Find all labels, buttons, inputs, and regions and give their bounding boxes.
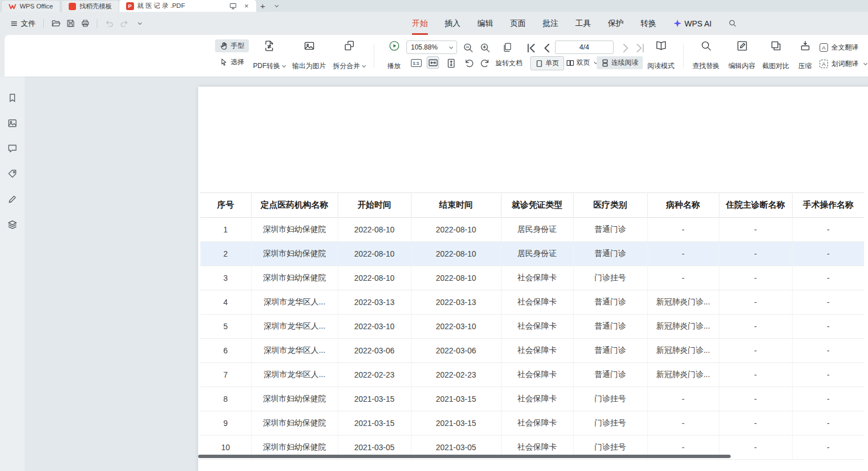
document-view[interactable]: 序号定点医药机构名称开始时间结束时间就诊凭证类型医疗类别病种名称住院主诊断名称手… [25,77,868,471]
compress-button[interactable]: 压缩 [793,40,817,72]
find-replace-button[interactable]: 查找替换 [689,40,723,72]
file-menu-button[interactable]: 文件 [7,16,39,31]
bookmarks-panel-button[interactable] [6,91,19,105]
page-number-input[interactable] [555,41,614,54]
file-menu-label: 文件 [21,19,35,29]
page-view-button[interactable] [501,41,513,53]
word-translate-button[interactable]: A 划词翻译 [820,58,867,69]
print-icon [80,19,90,28]
tab-document[interactable]: P 就 医 记 录 .PDF × [119,0,256,12]
tab-edit[interactable]: 编辑 [477,12,493,35]
previous-page-button[interactable] [540,42,553,54]
tab-wps-office[interactable]: WPS Office [1,0,60,12]
rotate-right-button[interactable] [478,57,491,69]
annotation-panel-button[interactable] [6,192,19,206]
compress-icon [799,40,811,52]
first-page-button[interactable] [525,42,537,54]
table-cell: 2022-08-10 [411,218,501,242]
export-image-button[interactable]: 输出为图片 [290,40,328,72]
continuous-read-button[interactable]: 连续阅读 [597,56,643,69]
tags-panel-button[interactable] [6,167,19,181]
table-cell: - [719,387,792,411]
screen-cast-icon[interactable] [228,2,238,10]
print-button[interactable] [78,17,92,30]
double-page-button[interactable]: 双页 [566,58,597,68]
table-cell: - [719,218,792,242]
table-cell: 2 [200,242,251,266]
actual-size-button[interactable]: 1:1 [410,57,422,69]
split-merge-icon [343,40,355,52]
zoom-level-select[interactable]: 105.88% [406,41,457,54]
split-merge-button[interactable]: 拆分合并 [331,40,367,72]
tab-insert[interactable]: 插入 [445,12,460,35]
rotate-left-button[interactable] [463,57,475,69]
word-translate-label: 划词翻译 [831,59,858,69]
divider [683,43,684,68]
tab-page[interactable]: 页面 [510,12,526,35]
thumbnails-panel-button[interactable] [6,116,19,130]
left-panel-rail [0,77,25,471]
table-cell: - [647,242,719,266]
table-row: 6深圳市龙华区人...2022-03-062022-03-06社会保障卡普通门诊… [200,339,864,363]
zoom-in-button[interactable] [478,41,491,53]
play-button[interactable]: 播放 [382,40,406,72]
wps-ai-button[interactable]: WPS AI [673,12,712,35]
comments-panel-button[interactable] [6,142,19,155]
undo-button[interactable] [102,17,116,30]
fit-page-icon [446,58,457,69]
column-header: 定点医药机构名称 [251,193,338,218]
save-button[interactable] [64,17,77,30]
tab-comment[interactable]: 批注 [543,12,558,35]
close-tab-icon[interactable]: × [241,2,252,10]
edit-pencil-icon [736,40,748,52]
horizontal-scrollbar[interactable] [198,455,731,458]
layers-panel-button[interactable] [6,218,19,231]
next-page-button[interactable] [619,42,632,54]
double-page-label: 双页 [576,58,590,68]
column-header: 医疗类别 [573,193,647,218]
chevron-down-icon [449,44,453,48]
table-cell: - [647,218,719,242]
open-file-button[interactable] [49,17,62,30]
tab-home[interactable]: 开始 [412,12,428,35]
table-cell: - [792,242,864,266]
tab-docer-templates[interactable]: 找稻壳模板 [61,0,119,12]
table-cell: 新冠肺炎门诊... [647,290,719,315]
select-cursor-icon [220,58,228,66]
redo-button[interactable] [117,17,131,30]
document-tab-title: 就 医 记 录 .PDF [137,2,225,10]
zoom-out-button[interactable] [462,41,474,53]
export-image-icon [303,40,315,52]
table-cell: 2022-03-13 [411,290,501,315]
new-tab-button[interactable]: + [256,0,270,12]
full-translate-button[interactable]: A 全文翻译 [820,42,858,53]
select-tool-button[interactable]: 选择 [215,56,249,69]
tab-protect[interactable]: 保护 [608,12,624,35]
read-mode-button[interactable]: 阅读模式 [644,40,678,72]
column-header: 序号 [200,193,251,218]
tab-list-chevron-icon[interactable] [270,0,282,12]
fit-width-icon [428,57,439,68]
screenshot-compare-button[interactable]: 截图对比 [759,40,793,72]
hand-tool-button[interactable]: 手型 [215,39,249,52]
rotate-document-button[interactable]: 旋转文档 [495,59,522,68]
tab-convert[interactable]: 转换 [641,12,656,35]
fit-width-button[interactable] [427,56,439,69]
single-page-button[interactable]: 单页 [530,56,564,70]
table-row: 3深圳市妇幼保健院2022-08-102022-08-10社会保障卡门诊挂号--… [200,266,864,290]
table-cell: 7 [200,363,251,387]
table-cell: - [792,266,864,290]
table-cell: 居民身份证 [501,242,573,266]
menu-search-button[interactable] [728,12,737,35]
pdf-convert-button[interactable]: PDF转换 [251,40,287,72]
table-cell: - [719,363,792,387]
tab-label: WPS Office [20,3,53,10]
edit-content-button[interactable]: 编辑内容 [725,40,759,72]
fit-page-button[interactable] [445,57,457,69]
tab-tools[interactable]: 工具 [575,12,591,35]
play-label: 播放 [387,61,401,71]
quickbar-more-chevron-icon[interactable] [132,17,145,30]
tag-icon [7,169,17,179]
table-cell: 社会保障卡 [501,290,573,315]
table-cell: 3 [200,266,251,290]
